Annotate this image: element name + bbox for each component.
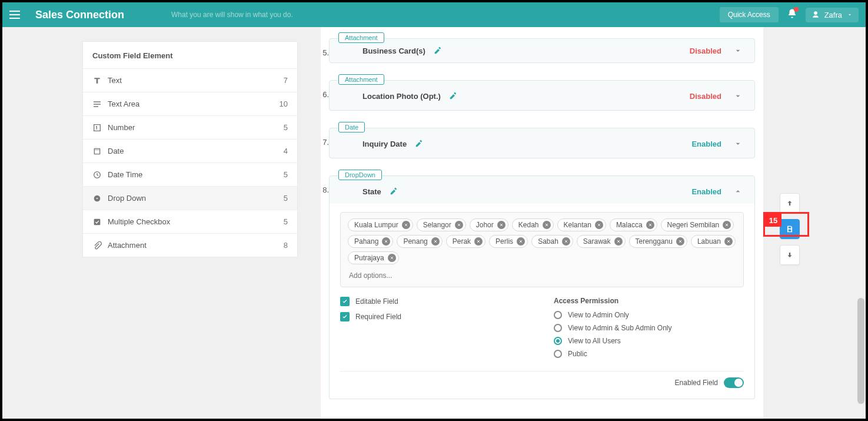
chip-remove-icon[interactable]	[497, 221, 505, 229]
add-option-input[interactable]	[348, 268, 736, 283]
chip-label: Malacca	[616, 221, 643, 229]
page-scrollbar[interactable]	[857, 298, 864, 404]
chip-label: Terengganu	[636, 237, 673, 246]
chip-remove-icon[interactable]	[402, 221, 410, 229]
chevron-down-icon[interactable]	[733, 139, 743, 148]
dropdown-option-chip[interactable]: Malacca	[610, 218, 657, 231]
chip-remove-icon[interactable]	[723, 221, 731, 229]
chip-remove-icon[interactable]	[562, 237, 570, 246]
dropdown-option-chip[interactable]: Terengganu	[629, 235, 687, 248]
access-permission-title: Access Permission	[554, 297, 744, 305]
enabled-field-toggle[interactable]	[724, 377, 744, 388]
permission-option[interactable]: Public	[554, 350, 744, 358]
topbar: Sales Connection What you are will show …	[2, 2, 866, 27]
brand-title: Sales Connection	[35, 9, 124, 21]
field-expanded-body: Kuala LumpurSelangorJohorKedahKelantanMa…	[329, 204, 755, 399]
field-header[interactable]: Inquiry Date Enabled	[329, 128, 755, 158]
dropdown-option-chip[interactable]: Negeri Sembilan	[661, 218, 734, 231]
dropdown-option-chip[interactable]: Penang	[397, 235, 442, 248]
edit-icon[interactable]	[415, 140, 423, 148]
required-field-checkbox[interactable]: Required Field	[340, 312, 530, 321]
element-count: 5	[284, 170, 288, 179]
element-date-time[interactable]: Date Time 5	[83, 163, 297, 186]
dropdown-option-chip[interactable]: Putrajaya	[348, 251, 399, 264]
field-type-tag: DropDown	[338, 170, 382, 180]
chip-remove-icon[interactable]	[431, 237, 440, 246]
chip-remove-icon[interactable]	[388, 254, 396, 262]
chip-label: Putrajaya	[354, 254, 384, 262]
dropdown-option-chip[interactable]: Kedah	[512, 218, 554, 231]
permission-option[interactable]: View to Admin & Sub Admin Only	[554, 324, 744, 332]
field-item-5: Attachment 5. Business Card(s) Disabled	[329, 27, 755, 63]
dropdown-option-chip[interactable]: Labuan	[691, 235, 736, 248]
element-number[interactable]: Number 5	[83, 115, 297, 139]
editable-field-checkbox[interactable]: Editable Field	[340, 297, 530, 306]
chip-remove-icon[interactable]	[517, 237, 525, 246]
field-status: Disabled	[690, 47, 721, 55]
element-drop-down[interactable]: Drop Down 5	[83, 186, 297, 210]
radio-icon	[554, 350, 562, 358]
hamburger-menu-icon[interactable]	[9, 8, 24, 22]
chip-remove-icon[interactable]	[382, 237, 390, 246]
chip-remove-icon[interactable]	[724, 237, 733, 246]
element-date[interactable]: Date 4	[83, 139, 297, 163]
save-button[interactable]	[780, 219, 800, 239]
move-up-button[interactable]	[780, 193, 800, 213]
element-text-area[interactable]: Text Area 10	[83, 92, 297, 115]
dropdown-option-chip[interactable]: Kuala Lumpur	[348, 218, 413, 231]
element-label: Date Time	[108, 170, 142, 179]
permission-option[interactable]: View to All Users	[554, 337, 744, 345]
element-count: 4	[284, 147, 288, 155]
edit-icon[interactable]	[449, 92, 457, 100]
field-number: 6.	[315, 90, 329, 99]
notifications-button[interactable]	[787, 8, 797, 21]
chevron-up-icon[interactable]	[733, 187, 743, 196]
element-count: 5	[284, 217, 288, 226]
dropdown-option-chip[interactable]: Selangor	[417, 218, 466, 231]
chevron-down-icon[interactable]	[733, 91, 743, 101]
dropdown-option-chip[interactable]: Perak	[446, 235, 485, 248]
edit-icon[interactable]	[434, 47, 442, 55]
chip-remove-icon[interactable]	[474, 237, 483, 246]
element-multiple-checkbox[interactable]: Multiple Checkbox 5	[83, 210, 297, 233]
chip-remove-icon[interactable]	[455, 221, 463, 229]
chevron-down-icon[interactable]	[733, 46, 743, 55]
dropdown-option-chip[interactable]: Sabah	[531, 235, 573, 248]
user-name: Zafra	[824, 11, 842, 19]
element-text[interactable]: Text 7	[83, 68, 297, 92]
field-item-7: Date 7. Inquiry Date Enabled	[329, 117, 755, 158]
custom-field-element-panel: Custom Field Element Text 7 Text Area 10…	[82, 41, 298, 257]
chip-label: Sabah	[538, 237, 558, 246]
field-status: Enabled	[691, 187, 721, 196]
move-down-button[interactable]	[780, 245, 800, 265]
permission-option[interactable]: View to Admin Only	[554, 311, 744, 319]
field-title: State	[363, 187, 381, 196]
dropdown-option-chip[interactable]: Pahang	[348, 235, 393, 248]
dropdown-option-chip[interactable]: Perlis	[489, 235, 528, 248]
chip-remove-icon[interactable]	[646, 221, 654, 229]
dropdown-option-chip[interactable]: Kelantan	[557, 218, 606, 231]
annotation-number: 15	[765, 214, 781, 227]
dropdown-option-chip[interactable]: Sarawak	[577, 235, 626, 248]
field-header[interactable]: State Enabled	[329, 175, 755, 206]
edit-icon[interactable]	[390, 187, 398, 195]
clock-icon	[92, 170, 108, 180]
field-header[interactable]: Location Photo (Opt.) Disabled	[329, 80, 755, 111]
chip-label: Johor	[476, 221, 494, 229]
element-attachment[interactable]: Attachment 8	[83, 233, 297, 257]
chevron-down-icon	[847, 12, 853, 18]
chip-remove-icon[interactable]	[543, 221, 551, 229]
arrow-down-icon	[786, 251, 794, 259]
element-count: 5	[284, 123, 288, 132]
chip-label: Kedah	[518, 221, 539, 229]
element-list: Text 7 Text Area 10 Number 5 Date 4 Date…	[83, 68, 297, 257]
quick-access-button[interactable]: Quick Access	[720, 7, 779, 22]
user-menu[interactable]: Zafra	[806, 8, 859, 22]
chip-remove-icon[interactable]	[676, 237, 684, 246]
field-type-tag: Attachment	[338, 74, 384, 85]
dropdown-option-chip[interactable]: Johor	[470, 218, 508, 231]
field-header[interactable]: Business Card(s) Disabled	[329, 38, 755, 63]
chip-remove-icon[interactable]	[595, 221, 603, 229]
chip-remove-icon[interactable]	[614, 237, 623, 246]
radio-icon	[554, 337, 562, 345]
